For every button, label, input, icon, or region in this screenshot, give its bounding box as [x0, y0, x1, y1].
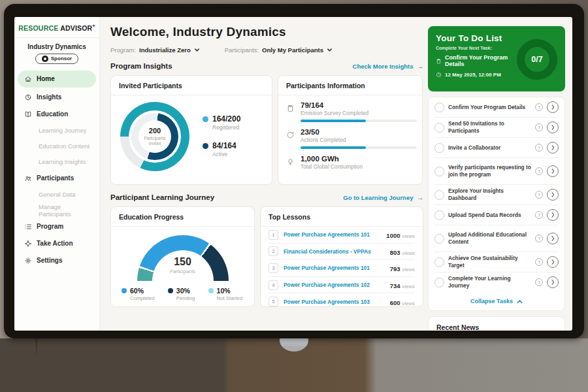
stat-value: 23/50 — [301, 128, 417, 136]
monitor-bezel: RESOURCE ADVISOR+ Industry Dynamics Spon… — [4, 4, 584, 338]
page-title: Welcome, Industry Dynamics — [110, 25, 423, 39]
task-checkbox[interactable] — [434, 143, 444, 153]
legend-label: Registered — [212, 124, 240, 131]
task-go-button[interactable] — [547, 233, 559, 244]
collapse-label: Collapse Tasks — [470, 298, 513, 304]
donut-center-value: 200 — [149, 127, 161, 135]
legend-value: 164/200 — [212, 114, 240, 123]
next-task-label: Confirm Your Program Details — [445, 54, 517, 67]
program-value: Industrialize Zero — [139, 46, 191, 54]
task-go-button[interactable] — [547, 122, 559, 133]
progress-bar-fill — [301, 146, 366, 149]
sidebar-item-label: Program — [37, 223, 63, 230]
sidebar-item-participants[interactable]: Participants — [14, 170, 99, 187]
task-checkbox[interactable] — [434, 210, 444, 220]
lesson-link[interactable]: Power Purchase Agreements 101 — [284, 231, 381, 238]
check-more-insights-link[interactable]: Check More Insights → — [353, 63, 423, 70]
sidebar-item-settings[interactable]: Settings — [14, 252, 99, 269]
stat-value: 1,000 GWh — [301, 155, 363, 163]
task-row: Explore Your Insights Dashboard ? — [434, 185, 559, 205]
donut-center: 200 Participants Invited — [139, 120, 171, 153]
stat-label: Total Global Consumption — [301, 163, 363, 170]
question-icon[interactable]: ? — [535, 167, 543, 175]
sidebar-item-education-content[interactable]: Education Content — [14, 139, 99, 154]
question-icon[interactable]: ? — [535, 278, 543, 286]
sidebar-item-home[interactable]: Home — [18, 71, 96, 88]
question-icon[interactable]: ? — [535, 258, 543, 266]
recent-news-card[interactable]: Recent News — [428, 316, 565, 331]
lesson-link[interactable]: Power Purchase Agreements 102 — [284, 282, 385, 288]
dashboard-screen: RESOURCE ADVISOR+ Industry Dynamics Spon… — [14, 17, 572, 331]
sidebar-item-learning-insights[interactable]: Learning Insights — [14, 154, 99, 170]
task-row: Invite a Collaborator ? — [434, 138, 559, 158]
arrow-right-icon: → — [417, 63, 424, 70]
question-icon[interactable]: ? — [535, 211, 543, 219]
sidebar-item-insights[interactable]: Insights — [14, 89, 99, 106]
legend-dot — [203, 116, 208, 122]
progress-bar — [301, 120, 417, 122]
settings-gear-icon — [24, 257, 32, 265]
sidebar-item-education[interactable]: Education — [14, 106, 99, 123]
invited-card-body: 200 Participants Invited 164/200 Registe — [111, 95, 272, 171]
question-icon[interactable]: ? — [535, 235, 543, 242]
gauge-center: 150 Participants — [137, 256, 229, 274]
legend-dot — [122, 288, 127, 293]
sidebar-item-learning-journey[interactable]: Learning Journey — [14, 123, 99, 139]
question-icon[interactable]: ? — [535, 191, 543, 199]
task-checkbox[interactable] — [434, 167, 444, 176]
legend-dot — [203, 143, 208, 149]
legend-item-active: 84/164 Active — [203, 141, 240, 157]
sponsor-label: Sponsor — [51, 56, 72, 61]
views-count: 734 — [390, 282, 400, 289]
lesson-link[interactable]: Power Purchase Agreements 101 — [284, 265, 385, 271]
question-icon[interactable]: ? — [535, 103, 543, 111]
task-checkbox[interactable] — [434, 234, 444, 244]
task-checkbox[interactable] — [434, 103, 444, 112]
sidebar-item-take-action[interactable]: Take Action — [14, 235, 99, 252]
sidebar-item-label: Manage Participants — [39, 203, 94, 218]
task-checkbox[interactable] — [434, 123, 444, 133]
task-label: Upload Additional Educational Content — [448, 231, 531, 246]
sidebar-item-manage-participants[interactable]: Manage Participants — [14, 203, 99, 218]
todo-datetime: 12 May 2025, 12:00 PM — [436, 72, 517, 78]
task-go-button[interactable] — [547, 165, 559, 177]
go-to-learning-journey-link[interactable]: Go to Learning Journey → — [343, 194, 423, 201]
task-go-button[interactable] — [547, 209, 559, 221]
task-go-button[interactable] — [547, 256, 559, 268]
chevron-down-icon — [327, 47, 333, 53]
education-gauge-chart: 150 Participants — [137, 235, 229, 281]
legend-value: 60% — [130, 287, 144, 295]
clipboard-icon — [286, 104, 295, 112]
task-go-button[interactable] — [547, 101, 559, 113]
rank-badge: 2 — [269, 246, 278, 256]
task-go-button[interactable] — [547, 189, 559, 201]
participants-dropdown[interactable]: Participants: Only My Participants — [225, 46, 333, 54]
task-checkbox[interactable] — [434, 257, 444, 267]
collapse-tasks-link[interactable]: Collapse Tasks — [434, 292, 559, 310]
todo-subtitle: Complete Your Next Task: — [436, 46, 517, 50]
participants-information-card: Participants Information 79/164 Emission… — [278, 75, 423, 185]
link-label: Check More Insights — [353, 63, 414, 70]
task-checkbox[interactable] — [434, 190, 444, 200]
donut-legend: 164/200 Registered 84/164 Active — [203, 114, 240, 157]
task-go-button[interactable] — [547, 276, 559, 288]
question-icon[interactable]: ? — [535, 123, 543, 131]
question-icon[interactable]: ? — [535, 144, 543, 152]
logo-plus: + — [92, 24, 95, 28]
todo-progress-ring: 0/7 — [517, 39, 557, 80]
sponsor-badge[interactable]: Sponsor — [35, 54, 78, 64]
views-count: 803 — [390, 249, 400, 256]
lesson-link[interactable]: Power Purchase Agreements 103 — [284, 299, 385, 305]
program-dropdown[interactable]: Program: Industrialize Zero — [110, 46, 200, 54]
lesson-link[interactable]: Financial Considerations - VPPAs — [284, 248, 385, 255]
org-name: Industry Dynamics — [14, 43, 99, 50]
participants-label: Participants: — [225, 46, 259, 54]
task-go-button[interactable] — [547, 142, 559, 154]
filter-bar: Program: Industrialize Zero Participants… — [110, 46, 423, 54]
arrow-right-icon: → — [417, 194, 424, 201]
todo-header-card: Your To Do List Complete Your Next Task:… — [428, 26, 565, 91]
app-logo: RESOURCE ADVISOR+ — [14, 17, 99, 38]
task-checkbox[interactable] — [434, 278, 444, 287]
sidebar-item-general-data[interactable]: General Data — [14, 187, 99, 203]
sidebar-item-program[interactable]: Program — [14, 218, 99, 235]
